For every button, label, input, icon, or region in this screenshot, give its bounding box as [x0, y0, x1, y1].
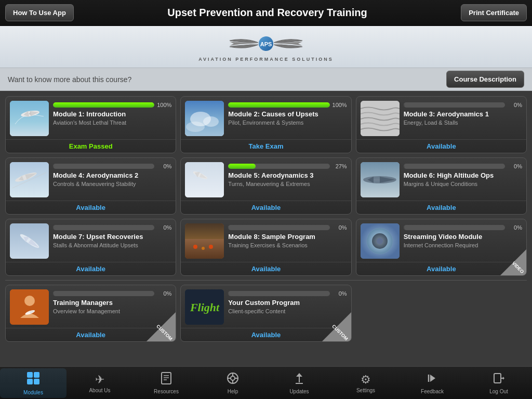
- module-7-footer[interactable]: Available: [6, 262, 176, 275]
- nav-modules[interactable]: Modules: [0, 368, 66, 398]
- streaming-progress-pct: 0%: [508, 224, 522, 231]
- module-row-2: 0% Module 4: Aerodynamics 2 Controls & M…: [5, 157, 527, 215]
- module-card-2[interactable]: 100% Module 2: Causes of Upsets Pilot, E…: [180, 96, 351, 153]
- nav-resources[interactable]: Resources: [133, 369, 200, 397]
- module-4-progress-bar: [53, 164, 154, 169]
- nav-help[interactable]: Help: [200, 369, 266, 397]
- module-4-subtitle: Controls & Maneuvering Stability: [53, 181, 171, 187]
- nav-feedback[interactable]: Feedback: [399, 369, 466, 397]
- module-7-progress-pct: 0%: [157, 224, 171, 231]
- module-row-1: 100% Module 1: Introduction Aviation's M…: [5, 96, 527, 153]
- module-2-thumbnail: [185, 101, 224, 136]
- module-4-progress-pct: 0%: [157, 163, 171, 169]
- module-7-progress-bar: [53, 225, 154, 230]
- section-separator: [5, 280, 527, 281]
- module-5-thumbnail: [185, 162, 224, 197]
- top-header: How To Use App Upset Prevention and Reco…: [0, 0, 532, 26]
- nav-settings-label: Settings: [356, 388, 375, 393]
- course-description-button[interactable]: Course Description: [446, 71, 524, 88]
- svg-point-32: [202, 247, 205, 250]
- svg-rect-16: [185, 162, 224, 197]
- module-2-info: 100% Module 2: Causes of Upsets Pilot, E…: [224, 101, 347, 136]
- training-managers-subtitle: Overview for Management: [53, 308, 171, 314]
- how-to-button[interactable]: How To Use App: [5, 4, 74, 21]
- module-8-footer[interactable]: Available: [181, 262, 351, 275]
- svg-rect-45: [34, 372, 39, 378]
- module-2-progress-pct: 100%: [332, 102, 347, 108]
- module-4-footer[interactable]: Available: [6, 201, 176, 214]
- module-card-8[interactable]: 0% Module 8: Sample Program Training Exe…: [180, 219, 351, 276]
- module-1-progress-pct: 100%: [157, 102, 171, 108]
- streaming-subtitle: Internet Connection Required: [404, 242, 522, 248]
- module-3-footer[interactable]: Available: [356, 139, 526, 153]
- module-3-progress-bar: [404, 102, 505, 108]
- module-2-progress-bar: [228, 102, 329, 108]
- module-card-6[interactable]: 0% Module 6: High Altitude Ops Margins &…: [356, 157, 527, 215]
- streaming-title: Streaming Video Module: [404, 233, 522, 241]
- svg-rect-29: [185, 223, 224, 239]
- help-icon: [227, 372, 239, 388]
- nav-about[interactable]: ✈ About Us: [66, 370, 133, 396]
- nav-about-label: About Us: [89, 388, 110, 393]
- svg-text:APS: APS: [260, 41, 272, 47]
- module-7-title: Module 7: Upset Recoveries: [53, 233, 171, 241]
- module-6-thumbnail: [361, 162, 400, 197]
- custom-program-card[interactable]: Flight 0% Your Custom Program Client-spe…: [180, 285, 351, 342]
- training-managers-progress-pct: 0%: [157, 290, 171, 297]
- nav-settings[interactable]: ⚙ Settings: [332, 370, 399, 396]
- streaming-module-card[interactable]: 0% Streaming Video Module Internet Conne…: [356, 219, 527, 276]
- module-card-7[interactable]: 0% Module 7: Upset Recoveries Stalls & A…: [5, 219, 176, 276]
- print-certificate-button[interactable]: Print Certificate: [461, 4, 527, 21]
- training-managers-progress-bar: [53, 291, 154, 296]
- module-1-thumbnail: [10, 101, 49, 136]
- streaming-progress-bar: [404, 225, 505, 230]
- streaming-footer[interactable]: Available: [356, 262, 526, 275]
- company-logo: APS AVIATION PERFORMANCE SOLUTIONS: [198, 32, 334, 62]
- module-card-3[interactable]: 0% Module 3: Aerodynamics 1 Energy, Load…: [356, 96, 527, 153]
- module-6-subtitle: Margins & Unique Conditions: [404, 181, 522, 187]
- updates-icon: [293, 372, 305, 388]
- custom-program-subtitle: Client-specific Content: [228, 308, 347, 314]
- nav-logout[interactable]: Log Out: [466, 369, 532, 397]
- svg-marker-61: [430, 375, 435, 382]
- module-3-progress-pct: 0%: [508, 102, 522, 108]
- svg-rect-38: [10, 289, 49, 325]
- custom-program-footer[interactable]: Available: [181, 328, 351, 341]
- module-1-footer[interactable]: Exam Passed: [6, 139, 176, 153]
- module-5-subtitle: Turns, Maneuvering & Extremes: [228, 181, 347, 187]
- nav-updates-label: Updates: [289, 389, 309, 394]
- module-card-1[interactable]: 100% Module 1: Introduction Aviation's M…: [5, 96, 176, 153]
- custom-program-info: 0% Your Custom Program Client-specific C…: [224, 289, 347, 325]
- module-2-subtitle: Pilot, Environment & Systems: [228, 119, 347, 126]
- info-bar-text: Want to know more about this course?: [8, 75, 131, 84]
- module-8-progress-pct: 0%: [332, 224, 347, 231]
- custom-program-title: Your Custom Program: [228, 299, 347, 307]
- about-icon: ✈: [95, 373, 104, 387]
- svg-point-31: [193, 245, 197, 249]
- module-3-info: 0% Module 3: Aerodynamics 1 Energy, Load…: [400, 101, 522, 136]
- training-managers-footer[interactable]: Available: [6, 328, 176, 341]
- feedback-icon: [426, 372, 438, 388]
- training-managers-card[interactable]: 0% Training Managers Overview for Manage…: [5, 285, 176, 342]
- nav-resources-label: Resources: [154, 389, 179, 394]
- resources-icon: [160, 372, 172, 388]
- nav-updates[interactable]: Updates: [266, 369, 332, 397]
- module-card-5[interactable]: 27% Module 5: Aerodynamics 3 Turns, Mane…: [180, 157, 351, 215]
- bottom-nav: Modules ✈ About Us Resources: [0, 366, 532, 399]
- svg-rect-48: [162, 373, 171, 384]
- svg-point-10: [186, 122, 205, 132]
- module-3-subtitle: Energy, Load & Stalls: [404, 119, 522, 126]
- module-5-title: Module 5: Aerodynamics 3: [228, 171, 347, 180]
- modules-icon: [26, 371, 41, 389]
- svg-rect-63: [494, 374, 501, 383]
- module-7-thumbnail: [10, 223, 49, 259]
- module-8-thumbnail: [185, 223, 224, 259]
- module-5-footer[interactable]: Available: [181, 201, 351, 214]
- module-6-footer[interactable]: Available: [356, 201, 526, 214]
- module-5-info: 27% Module 5: Aerodynamics 3 Turns, Mane…: [224, 162, 347, 197]
- module-card-4[interactable]: 0% Module 4: Aerodynamics 2 Controls & M…: [5, 157, 176, 215]
- module-3-thumbnail: [361, 101, 400, 136]
- module-3-title: Module 3: Aerodynamics 1: [404, 110, 522, 118]
- module-2-footer[interactable]: Take Exam: [181, 139, 351, 153]
- custom-program-thumbnail: Flight: [185, 289, 224, 325]
